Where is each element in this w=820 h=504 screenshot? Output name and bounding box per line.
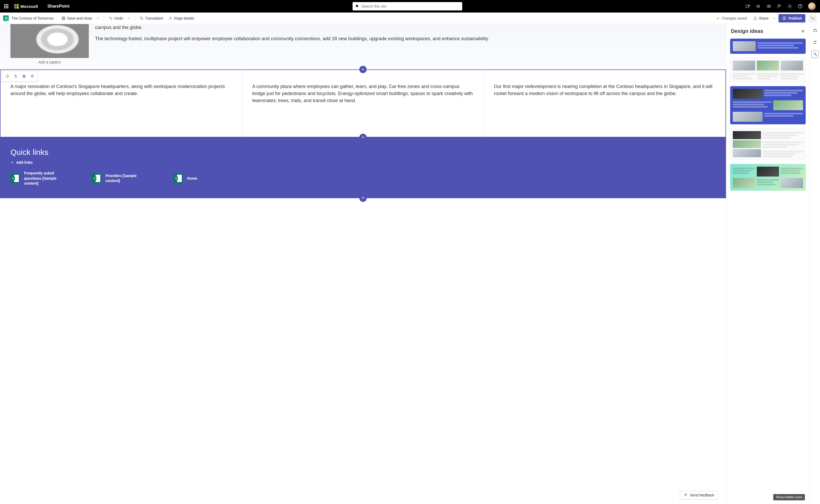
svg-point-6: [789, 6, 790, 7]
megaphone-icon[interactable]: [756, 4, 761, 9]
chevron-down-icon: [127, 16, 131, 20]
share-icon: [753, 16, 757, 20]
edit-section-button[interactable]: [12, 72, 20, 80]
hero-para2: The technology-fueled, multiphase projec…: [95, 35, 716, 42]
brand: Microsoft: [14, 4, 38, 9]
toolbox-icon: [813, 28, 817, 33]
chevron-down-icon: [772, 16, 776, 20]
teams-icon[interactable]: [745, 4, 751, 9]
undo-button[interactable]: Undo: [107, 15, 125, 22]
quicklink-item[interactable]: S Frequently asked questions [Sample con…: [10, 171, 68, 186]
app-launcher-icon[interactable]: [2, 2, 10, 10]
svg-rect-10: [63, 17, 64, 17]
save-icon: [61, 16, 66, 20]
feedback-icon: [684, 493, 688, 497]
svg-point-8: [800, 7, 800, 8]
svg-rect-2: [746, 5, 749, 8]
hero-text[interactable]: campus and the globe. The technology-fue…: [95, 24, 716, 46]
hero-partial-line: campus and the globe.: [95, 24, 716, 31]
publish-button[interactable]: Publish: [778, 14, 805, 22]
copilot-icon[interactable]: [766, 4, 771, 9]
move-icon: [5, 74, 9, 78]
image-caption-input[interactable]: Add a caption: [10, 60, 89, 64]
design-ideas-title: Design ideas: [731, 28, 763, 34]
move-section-button[interactable]: [3, 72, 11, 80]
svg-point-22: [686, 494, 687, 495]
undo-dropdown[interactable]: [126, 15, 132, 21]
quicklinks-title: Quick links: [10, 148, 716, 157]
add-section-above-button[interactable]: +: [359, 66, 367, 73]
section-toolbar: [2, 71, 38, 81]
send-feedback-button[interactable]: Send feedback: [680, 491, 718, 499]
add-section-below-button[interactable]: +: [359, 134, 367, 141]
translation-button[interactable]: Translation: [137, 15, 165, 22]
settings-icon[interactable]: [787, 4, 792, 9]
svg-point-12: [170, 18, 171, 19]
column-2-text[interactable]: A community plaza where employees can ga…: [242, 70, 484, 137]
page-canvas[interactable]: Add a caption campus and the globe. The …: [0, 24, 726, 504]
design-idea-card[interactable]: [730, 128, 806, 160]
add-links-button[interactable]: Add links: [10, 160, 716, 165]
svg-rect-17: [23, 75, 25, 77]
search-box[interactable]: [353, 2, 462, 10]
quicklink-label: Priorities [Sample content]: [106, 173, 150, 184]
quicklink-item[interactable]: S Home: [173, 171, 197, 186]
hero-image-block[interactable]: Add a caption: [10, 24, 89, 64]
quicklink-item[interactable]: S Priorities [Sample content]: [92, 171, 150, 186]
quicklinks-section[interactable]: Quick links Add links S Frequently asked…: [0, 137, 726, 198]
toolbox-button[interactable]: [811, 27, 819, 34]
add-section-after-quicklinks-button[interactable]: +: [359, 195, 367, 202]
help-icon[interactable]: [798, 4, 803, 9]
share-label: Share: [759, 16, 769, 20]
page-details-label: Page details: [174, 16, 194, 20]
design-ideas-list[interactable]: [726, 36, 810, 504]
app-name[interactable]: SharePoint: [48, 4, 69, 9]
sliders-icon: [813, 40, 817, 45]
search-input[interactable]: [361, 4, 460, 8]
translation-label: Translation: [145, 16, 163, 20]
gear-icon: [168, 16, 173, 20]
status-text: Changes saved: [722, 16, 747, 20]
brand-company: Microsoft: [20, 4, 38, 9]
sharepoint-page-icon: S: [10, 174, 20, 183]
flag-icon[interactable]: [777, 4, 782, 9]
site-name[interactable]: The Contoso of Tomorrow: [11, 16, 54, 20]
page-details-button[interactable]: Page details: [166, 15, 196, 22]
hero-image: [10, 24, 89, 58]
close-panel-button[interactable]: ✕: [801, 28, 805, 34]
publish-label: Publish: [788, 16, 802, 20]
microsoft-logo-icon: [14, 4, 19, 9]
design-idea-card[interactable]: [730, 86, 806, 125]
design-idea-card[interactable]: [730, 38, 806, 54]
separator: [104, 15, 104, 21]
design-idea-card[interactable]: [730, 58, 806, 82]
save-dropdown[interactable]: [95, 15, 101, 21]
hero-section: Add a caption campus and the globe. The …: [0, 24, 726, 69]
duplicate-section-button[interactable]: [20, 72, 28, 80]
save-and-close-button[interactable]: Save and close: [59, 15, 94, 22]
share-button[interactable]: Share: [751, 15, 771, 22]
column-3-text[interactable]: Our first major redevelopment is nearing…: [484, 70, 725, 137]
sliders-icon: [14, 74, 18, 78]
site-logo-icon[interactable]: D: [3, 15, 9, 21]
translate-icon: [139, 16, 144, 20]
user-avatar[interactable]: [808, 2, 816, 10]
add-links-label: Add links: [16, 160, 33, 165]
suite-header: Microsoft SharePoint: [0, 0, 820, 13]
delete-section-button[interactable]: [28, 72, 36, 80]
search-icon: [355, 4, 359, 8]
collapse-panel-button[interactable]: [809, 14, 817, 22]
properties-button[interactable]: [811, 39, 819, 46]
suite-actions: [745, 2, 818, 10]
three-column-section[interactable]: + A major renovation of Contoso's Singap…: [0, 69, 726, 137]
design-idea-card[interactable]: [730, 164, 806, 191]
book-icon: [782, 16, 786, 20]
undo-icon: [109, 16, 113, 20]
svg-point-0: [356, 5, 358, 7]
quicklink-label: Frequently asked questions [Sample conte…: [24, 171, 68, 186]
sharepoint-page-icon: S: [173, 174, 183, 183]
share-dropdown[interactable]: [771, 15, 777, 21]
design-ideas-button[interactable]: [811, 51, 819, 58]
quicklink-label: Home: [187, 176, 197, 181]
trash-icon: [30, 74, 34, 78]
